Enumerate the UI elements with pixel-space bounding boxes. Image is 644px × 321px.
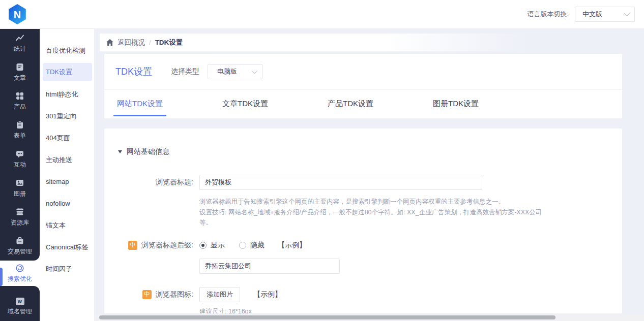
- favicon-row: 中 浏览器图标: 添加图片 【示例】: [118, 287, 622, 302]
- suffix-example-link[interactable]: 【示例】: [278, 241, 306, 250]
- favicon-example-link[interactable]: 【示例】: [253, 290, 282, 299]
- sidebar-item-label: 域名管理: [8, 307, 32, 316]
- sidebar-dark-bottom: w 域名管理: [0, 286, 40, 321]
- app-logo[interactable]: N: [6, 3, 28, 25]
- home-icon[interactable]: [106, 39, 113, 46]
- language-select[interactable]: 中文版: [575, 7, 635, 22]
- breadcrumb-back-link[interactable]: 返回概况: [118, 38, 145, 47]
- database-icon: [15, 207, 24, 216]
- tab-gallery-tdk[interactable]: 图册TDK设置: [433, 90, 479, 118]
- sidebar-item-label: 互动: [14, 160, 26, 169]
- sidebar-item-label: 图册: [14, 189, 26, 198]
- sidebar-dark-top: 统计 文章 产品 表单: [0, 29, 40, 261]
- sidebar-item-products[interactable]: 产品: [0, 87, 40, 116]
- app-body: 统计 文章 产品 表单: [0, 29, 644, 321]
- horizontal-scrollbar-thumb[interactable]: [99, 315, 555, 319]
- menu-item-anchor-text[interactable]: 锚文本: [40, 214, 94, 236]
- menu-item-sitemap[interactable]: sitemap: [40, 171, 94, 192]
- favicon-size-hint: 建议尺寸: 16*16px: [199, 307, 622, 313]
- sidebar-item-stats[interactable]: 统计: [0, 29, 40, 58]
- seo-compass-icon: [15, 264, 24, 273]
- tab-article-tdk[interactable]: 文章TDK设置: [222, 90, 268, 118]
- menu-item-tdk[interactable]: TDK设置: [43, 63, 92, 81]
- sidebar-item-label: 统计: [14, 45, 26, 53]
- radio-dot: [199, 242, 207, 249]
- horizontal-scrollbar-track[interactable]: [95, 314, 644, 321]
- secondary-sidebar: 百度优化检测 TDK设置 html静态化 301重定向 404页面 主动推送 s…: [40, 29, 95, 321]
- tdk-tabs: 网站TDK设置 文章TDK设置 产品TDK设置 图册TDK设置: [104, 89, 622, 118]
- breadcrumb-current: TDK设置: [155, 38, 183, 47]
- sidebar-item-articles[interactable]: 文章: [0, 58, 40, 87]
- page-header-card: TDK设置 选择类型 电脑版 网站TDK设置 文章TDK设置 产品TDK设置 图…: [104, 54, 622, 118]
- type-select-value: 电脑版: [217, 67, 237, 76]
- browser-title-help: 浏览器标题用于告知搜索引擎这个网页的主要内容，是搜索引擎判断一个网页内容权重的主…: [199, 197, 551, 228]
- section-title: 网站基础信息: [127, 147, 169, 156]
- menu-item-nofollow[interactable]: nofollow: [40, 192, 94, 214]
- sidebar-item-label: 表单: [14, 132, 26, 140]
- active-indicator: [0, 268, 3, 286]
- breadcrumb-separator: /: [149, 39, 151, 46]
- breadcrumb: 返回概况 / TDK设置: [100, 34, 644, 51]
- chevron-down-icon: [252, 68, 257, 74]
- primary-sidebar: 统计 文章 产品 表单: [0, 29, 40, 321]
- title-suffix-row: 中 浏览器标题后缀: 显示 隐藏 【示例】: [118, 241, 622, 250]
- menu-item-canonical[interactable]: Canonical标签: [40, 236, 94, 258]
- chevron-down-icon: [624, 11, 630, 16]
- title-suffix-label: 中 浏览器标题后缀:: [118, 241, 193, 250]
- language-select-value: 中文版: [582, 10, 602, 19]
- language-switcher: 语言版本切换: 中文版: [527, 7, 635, 22]
- briefcase-icon: [15, 236, 24, 245]
- sidebar-item-forms[interactable]: 表单: [0, 116, 40, 145]
- menu-item-baidu-check[interactable]: 百度优化检测: [40, 40, 94, 61]
- browser-title-row: 浏览器标题:: [118, 175, 622, 190]
- settings-form-card: 网站基础信息 浏览器标题: 浏览器标题用于告知搜索引擎这个网页的主要内容，是搜索…: [104, 129, 622, 313]
- products-grid-icon: [15, 91, 24, 101]
- cn-badge: 中: [142, 290, 152, 299]
- help-line-1: 浏览器标题用于告知搜索引擎这个网页的主要内容，是搜索引擎判断一个网页内容权重的主…: [199, 197, 551, 207]
- language-label: 语言版本切换:: [527, 10, 569, 19]
- sidebar-item-seo[interactable]: 搜索优化: [0, 261, 40, 286]
- logo-letter: N: [14, 9, 21, 20]
- menu-item-html-static[interactable]: html静态化: [40, 83, 94, 105]
- chat-bubble-icon: [15, 149, 24, 158]
- cn-badge: 中: [128, 241, 137, 250]
- sidebar-item-label: 搜索优化: [8, 275, 32, 283]
- sidebar-item-domain[interactable]: w 域名管理: [0, 292, 40, 321]
- sidebar-item-label: 交易管理: [8, 247, 32, 256]
- sidebar-item-trade[interactable]: 交易管理: [0, 232, 40, 261]
- collapse-arrow-icon: [118, 150, 122, 153]
- sidebar-item-resources[interactable]: 资源库: [0, 203, 40, 232]
- suffix-value-input[interactable]: [199, 259, 340, 274]
- radio-dot: [239, 242, 246, 249]
- tab-product-tdk[interactable]: 产品TDK设置: [328, 90, 373, 118]
- stats-icon: [15, 34, 24, 43]
- tab-site-tdk[interactable]: 网站TDK设置: [117, 90, 163, 118]
- screen: N 语言版本切换: 中文版 统计: [0, 0, 644, 321]
- article-icon: [15, 62, 24, 72]
- radio-show[interactable]: 显示: [199, 241, 225, 250]
- menu-item-push[interactable]: 主动推送: [40, 149, 94, 171]
- add-image-button[interactable]: 添加图片: [199, 287, 240, 302]
- section-site-basic-info[interactable]: 网站基础信息: [118, 147, 622, 156]
- help-line-2: 设置技巧: 网站名称_地域+服务介绍/产品介绍，一般不超过80个字符。如: XX…: [199, 207, 551, 228]
- domain-icon: w: [16, 298, 24, 305]
- sidebar-item-interaction[interactable]: 互动: [0, 145, 40, 174]
- menu-item-301-redirect[interactable]: 301重定向: [40, 105, 94, 127]
- menu-item-time-factor[interactable]: 时间因子: [40, 258, 94, 280]
- menu-item-404-page[interactable]: 404页面: [40, 127, 94, 149]
- logo-hexagon-icon: N: [7, 4, 28, 25]
- browser-title-input[interactable]: [199, 175, 482, 190]
- suffix-value-row: [118, 259, 622, 274]
- type-select[interactable]: 电脑版: [208, 64, 262, 79]
- page-title: TDK设置: [115, 66, 152, 78]
- browser-title-label: 浏览器标题:: [118, 178, 193, 187]
- sidebar-item-label: 资源库: [11, 218, 29, 227]
- page-header-row: TDK设置 选择类型 电脑版: [104, 54, 622, 89]
- sidebar-item-gallery[interactable]: 图册: [0, 174, 40, 203]
- top-bar: N 语言版本切换: 中文版: [0, 0, 644, 29]
- gallery-icon: [15, 178, 24, 187]
- radio-hide[interactable]: 隐藏: [239, 241, 265, 250]
- clipboard-icon: [15, 120, 24, 130]
- main-content: 返回概况 / TDK设置 TDK设置 选择类型 电脑版 网站TDK设置 文章TD…: [95, 29, 644, 321]
- favicon-label: 中 浏览器图标:: [118, 290, 193, 299]
